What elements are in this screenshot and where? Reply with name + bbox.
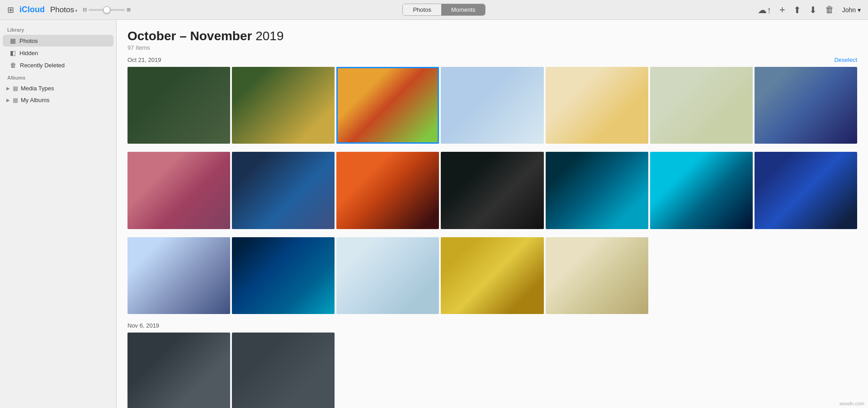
- photo-cell[interactable]: [127, 67, 230, 144]
- add-icon[interactable]: +: [779, 4, 785, 16]
- sidebar-item-hidden[interactable]: ◧ Hidden: [3, 47, 113, 59]
- photo-cell[interactable]: [650, 67, 753, 144]
- sidebar-item-recently-deleted[interactable]: 🗑 Recently Deleted: [3, 59, 113, 71]
- watermark: wsxdn.com: [840, 401, 864, 406]
- zoom-min-icon: ⊟: [83, 7, 87, 13]
- date-section-oct21: Oct 21, 2019 Deselect: [127, 56, 857, 144]
- zoom-thumb[interactable]: [103, 6, 110, 14]
- photo-cell[interactable]: [755, 152, 857, 229]
- zoom-track[interactable]: [89, 9, 125, 11]
- brand-icloud: iCloud: [19, 5, 45, 14]
- content-area: October – November 2019 97 Items Oct 21,…: [117, 20, 868, 408]
- photo-grid-row3: [127, 237, 857, 314]
- delete-icon[interactable]: 🗑: [825, 5, 834, 15]
- photo-cell[interactable]: [336, 237, 439, 314]
- photo-grid-row1: [127, 67, 857, 144]
- zoom-max-icon: ⊞: [127, 7, 131, 13]
- sidebar-toggle-icon[interactable]: ⊞: [7, 5, 14, 15]
- sidebar-item-photos[interactable]: ▦ Photos: [3, 35, 113, 47]
- photo-cell[interactable]: [336, 152, 439, 229]
- photo-cell[interactable]: [441, 67, 543, 144]
- upload-to-cloud-icon[interactable]: ☁↑: [758, 5, 771, 15]
- app-brand: iCloud: [19, 5, 45, 14]
- photo-cell[interactable]: [127, 237, 230, 314]
- library-section-label: Library: [0, 23, 116, 34]
- sidebar-photos-label: Photos: [19, 38, 38, 44]
- photo-cell[interactable]: [232, 237, 335, 314]
- user-menu[interactable]: John ▾: [842, 6, 861, 14]
- photo-cell[interactable]: [336, 67, 439, 144]
- date-label-row: Oct 21, 2019 Deselect: [127, 56, 857, 63]
- content-header: October – November 2019 97 Items: [127, 29, 857, 51]
- sidebar-group-my-albums[interactable]: ▶ ▦ My Albums: [2, 94, 114, 106]
- view-tab-group: Photos Moments: [402, 4, 486, 16]
- photo-cell[interactable]: [232, 67, 335, 144]
- photo-cell[interactable]: [127, 333, 230, 408]
- photo-cell[interactable]: [755, 67, 857, 144]
- date-label-row-nov6: Nov 6, 2019: [127, 322, 857, 329]
- sidebar-hidden-label: Hidden: [19, 50, 38, 56]
- top-bar: ⊞ iCloud Photos▾ ⊟ ⊞ Photos Moments ☁↑ +…: [0, 0, 868, 20]
- date-label-nov6: Nov 6, 2019: [127, 322, 159, 329]
- photo-cell[interactable]: [441, 237, 543, 314]
- albums-section-label: Albums: [0, 71, 116, 82]
- photo-grid-row2: [127, 152, 857, 229]
- recently-deleted-icon: 🗑: [10, 61, 16, 69]
- tab-photos[interactable]: Photos: [403, 4, 441, 15]
- photo-cell[interactable]: [546, 67, 648, 144]
- tab-moments[interactable]: Moments: [441, 4, 485, 15]
- media-types-icon: ▦: [13, 85, 18, 92]
- chevron-right-icon: ▶: [6, 86, 10, 91]
- download-icon[interactable]: ⬇: [809, 5, 817, 15]
- media-types-label: Media Types: [21, 85, 54, 92]
- hidden-icon: ◧: [10, 49, 16, 56]
- photo-cell[interactable]: [546, 152, 648, 229]
- date-section-row2: [127, 152, 857, 229]
- items-count: 97 Items: [127, 44, 857, 51]
- topbar-left: ⊞ iCloud Photos▾ ⊟ ⊞: [7, 5, 131, 15]
- topbar-right: ☁↑ + ⬆ ⬇ 🗑 John ▾: [758, 4, 861, 16]
- photo-cell[interactable]: [441, 152, 543, 229]
- date-section-nov6: Nov 6, 2019: [127, 322, 857, 408]
- date-label-oct21: Oct 21, 2019: [127, 56, 161, 63]
- sidebar-group-media-types[interactable]: ▶ ▦ Media Types: [2, 83, 114, 94]
- zoom-slider[interactable]: ⊟ ⊞: [83, 7, 131, 13]
- photo-grid-nov6: [127, 333, 857, 408]
- photo-cell[interactable]: [546, 237, 648, 314]
- share-icon[interactable]: ⬆: [793, 5, 801, 15]
- photo-cell[interactable]: [650, 152, 753, 229]
- page-title: October – November 2019: [127, 29, 857, 43]
- my-albums-icon: ▦: [13, 97, 18, 103]
- photo-cell[interactable]: [232, 333, 335, 408]
- date-section-row3: [127, 237, 857, 314]
- app-name[interactable]: Photos▾: [50, 5, 77, 14]
- topbar-center: Photos Moments: [402, 4, 486, 16]
- deselect-button[interactable]: Deselect: [834, 56, 857, 63]
- my-albums-label: My Albums: [21, 97, 50, 103]
- photo-cell[interactable]: [127, 152, 230, 229]
- photos-icon: ▦: [10, 37, 16, 44]
- sidebar-recently-deleted-label: Recently Deleted: [20, 62, 65, 69]
- chevron-right-icon-2: ▶: [6, 98, 10, 103]
- sidebar: Library ▦ Photos ◧ Hidden 🗑 Recently Del…: [0, 20, 117, 408]
- photo-cell[interactable]: [232, 152, 335, 229]
- main-layout: Library ▦ Photos ◧ Hidden 🗑 Recently Del…: [0, 20, 868, 408]
